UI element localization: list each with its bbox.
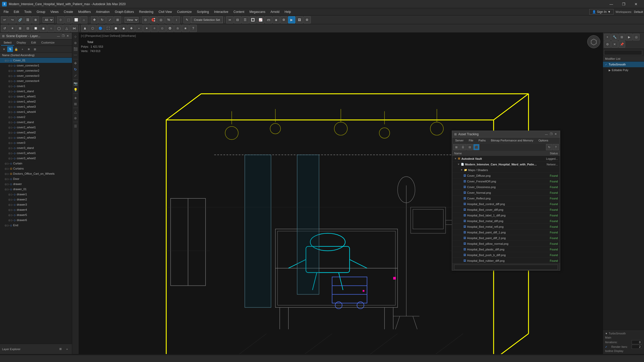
snap-button[interactable]: 🧲 — [150, 16, 157, 23]
menu-tools[interactable]: Tools — [22, 9, 34, 15]
panel-pin-btn[interactable]: 📌 — [618, 41, 625, 48]
curve-editor-button[interactable]: 📈 — [257, 16, 264, 23]
asset-row[interactable]: 🖼Hospital_Bed_plastic_diff.pngFound — [452, 247, 560, 252]
menu-arnold[interactable]: Arnold — [268, 9, 282, 15]
object-name-field[interactable]: Cover_01 — [604, 50, 642, 55]
ltp-rotate[interactable]: ↻ — [73, 66, 78, 72]
scene-item[interactable]: ◎▷◇cover3 — [0, 140, 72, 145]
asset-search-input[interactable] — [454, 265, 558, 270]
asset-menu-options[interactable]: Options — [536, 138, 550, 143]
tb2-btn21[interactable]: ✪ — [166, 25, 174, 32]
scene-item[interactable]: ◎▷◇cover_connector1 — [0, 63, 72, 68]
scene-lock-btn[interactable]: 🔒 — [13, 46, 19, 52]
asset-tool-help[interactable]: ? — [553, 144, 559, 150]
ltp-spline[interactable]: 〰 — [73, 52, 78, 58]
ltp-shapes[interactable]: △ — [73, 109, 78, 115]
asset-menu-server[interactable]: Server — [453, 138, 466, 143]
tab-select[interactable]: Select — [1, 40, 14, 46]
iterations-input[interactable] — [632, 340, 642, 344]
asset-row[interactable]: 🖼Hospital_Bed_rubber_diff.pngFound — [452, 258, 560, 264]
asset-tracking-min[interactable]: — — [544, 133, 549, 136]
edit-named-sel-button[interactable]: ✎ — [183, 16, 191, 23]
tab-edit[interactable]: Edit — [29, 40, 39, 46]
ltp-space[interactable]: ⊠ — [73, 101, 78, 107]
asset-row[interactable]: 🖼Cover_Normal.pngFound — [452, 190, 560, 196]
scene-item[interactable]: ◎▷◇drawer6 — [0, 217, 72, 223]
tb2-btn19[interactable]: ✧ — [151, 25, 158, 32]
scene-list[interactable]: ◎▷◇Cover_01◎▷◇cover_connector1◎▷◇cover_c… — [0, 58, 72, 344]
tb2-btn12[interactable]: 🔵 — [97, 25, 104, 32]
ltp-layer[interactable]: ☰ — [73, 123, 78, 129]
tb2-btn11[interactable]: ⬡ — [89, 25, 96, 32]
asset-tool-btn3[interactable]: ⊟ — [467, 144, 473, 150]
asset-row[interactable]: 🖼Hospital_Bed_label_1_diff.pngFound — [452, 213, 560, 218]
scene-item[interactable]: ◎▷◇End — [0, 223, 72, 228]
asset-row[interactable]: ▼📁Maps / Shaders — [452, 167, 560, 173]
render-frame-button[interactable]: 🖼 — [296, 16, 303, 23]
tab-display[interactable]: Display — [14, 40, 29, 46]
asset-menu-file[interactable]: File — [467, 138, 475, 143]
layer-manager-button[interactable]: ☰ — [242, 16, 249, 23]
tb2-btn16[interactable]: ❖ — [128, 25, 135, 32]
tb2-btn2[interactable]: ☀ — [9, 25, 16, 32]
scene-explorer-max[interactable]: ❐ — [61, 34, 66, 38]
ltp-select[interactable]: ⊹ — [73, 34, 78, 39]
menu-modifiers[interactable]: Modifiers — [76, 9, 93, 15]
scene-item[interactable]: ◎▷◇cover3_wheel2 — [0, 156, 72, 161]
ltp-scale[interactable]: ⤢ — [73, 73, 78, 78]
panel-delete-btn[interactable]: ✕ — [611, 41, 618, 48]
physique-btn[interactable]: ♟ — [81, 25, 88, 32]
asset-row[interactable]: 🖼Hospital_Bed_push_b_diff.pngFound — [452, 252, 560, 258]
scene-item[interactable]: ◎▷◇drawer2 — [0, 197, 72, 202]
asset-row[interactable]: 🖼Hospital_Bed_control_diff.pngFound — [452, 201, 560, 207]
create-panel-btn[interactable]: + — [604, 34, 611, 40]
view-dropdown[interactable]: View — [125, 17, 138, 23]
tb2-btn3[interactable]: ⊞ — [17, 25, 24, 32]
asset-row[interactable]: 🖼Hospital_Bed_cover_diff.pngFound — [452, 207, 560, 213]
scene-item[interactable]: ◎▷◇cover1_stand — [0, 89, 72, 94]
scene-bottom-btn2[interactable]: + — [64, 346, 70, 352]
tb2-btn9[interactable]: △ — [63, 25, 70, 32]
menu-group[interactable]: Group — [34, 9, 48, 15]
asset-tool-refresh[interactable]: ↻ — [546, 144, 552, 150]
menu-civil-view[interactable]: Civil View — [156, 9, 175, 15]
scene-item[interactable]: ◎▷◇cover3_stand — [0, 145, 72, 150]
scene-add-btn[interactable]: + — [20, 46, 25, 52]
redo-button[interactable]: ↪ — [9, 16, 16, 23]
link-button[interactable]: 🔗 — [17, 16, 24, 23]
scene-item[interactable]: ◎▷◇drawer3 — [0, 202, 72, 207]
render-iters-check[interactable]: ✓ — [605, 345, 607, 349]
unlink-button[interactable]: ⛓ — [24, 16, 31, 23]
asset-row[interactable]: 🖼Cover_Reflect.pngFound — [452, 196, 560, 201]
asset-row[interactable]: 🖼Cover_FresnellOR.pngFound — [452, 179, 560, 184]
scene-explorer-button[interactable]: 🔳 — [249, 16, 257, 23]
scene-item[interactable]: ◎▷◇drawer_01 — [0, 187, 72, 192]
move-button[interactable]: ✥ — [91, 16, 98, 23]
scene-item[interactable]: ◎▷◇drawer4 — [0, 207, 72, 212]
asset-row[interactable]: 🖼Hospital_Bed_metal_refl.pngFound — [452, 224, 560, 230]
pivot-button[interactable]: ⊙ — [142, 16, 149, 23]
menu-animation[interactable]: Animation — [93, 9, 112, 15]
ltp-camera[interactable]: 📷 — [73, 81, 78, 86]
lasso-select-button[interactable]: ⌂ — [80, 16, 87, 23]
ltp-compound[interactable]: ⊕ — [73, 115, 78, 121]
select-button[interactable]: ⊹ — [57, 16, 64, 23]
menu-views[interactable]: Views — [48, 9, 61, 15]
tb2-btn22[interactable]: ✫ — [174, 25, 181, 32]
undo-button[interactable]: ↩ — [1, 16, 8, 23]
scene-item[interactable]: ◎▷◇Door — [0, 176, 72, 181]
ltp-move[interactable]: ✥ — [73, 60, 78, 66]
ltp-select2[interactable]: ⊗ — [73, 40, 78, 46]
close-button[interactable]: ✕ — [630, 0, 642, 8]
asset-row[interactable]: 🖼Hospital_Bed_paint_diff_1.pngFound — [452, 230, 560, 235]
scene-item[interactable]: ◎▷◇cover3_wheel1 — [0, 150, 72, 156]
scene-explorer-min[interactable]: — — [56, 35, 61, 38]
scene-item[interactable]: ◎▷◇cover1_wheel4 — [0, 109, 72, 114]
scene-item[interactable]: ◎▷◇cover1_wheel2 — [0, 99, 72, 104]
tb2-btn10[interactable]: ⋈ — [71, 25, 78, 32]
scene-delete-btn[interactable]: ✕ — [1, 46, 7, 52]
viewport-nav-cube[interactable]: ⬡ — [587, 35, 600, 48]
asset-row[interactable]: 🖼Hospital_Bed_paint_diff_2.pngFound — [452, 235, 560, 241]
asset-row[interactable]: 🖼Cover_Diffuse.pngFound — [452, 173, 560, 179]
viewport[interactable]: [+] [Perspective] [User Defined] [Wirefr… — [79, 33, 603, 354]
